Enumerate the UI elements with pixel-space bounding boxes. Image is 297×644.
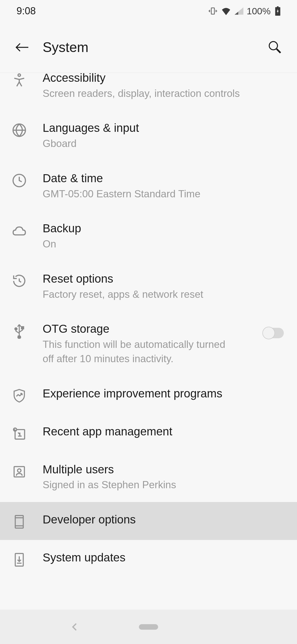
item-title: Recent app management: [43, 424, 286, 440]
list-item-users[interactable]: Multiple users Signed in as Stephen Perk…: [0, 452, 297, 502]
svg-point-4: [18, 74, 21, 77]
item-subtitle: Gboard: [43, 137, 286, 151]
item-subtitle: On: [43, 237, 286, 251]
download-phone-icon: [11, 552, 28, 568]
page-title: System: [43, 39, 267, 55]
vibrate-icon: [208, 6, 218, 16]
list-item-experience[interactable]: Experience improvement programs: [0, 376, 297, 414]
svg-rect-12: [14, 466, 24, 477]
svg-point-13: [18, 469, 21, 472]
nav-back-button[interactable]: [72, 623, 78, 631]
svg-point-3: [269, 42, 277, 50]
battery-percent: 100%: [247, 6, 271, 17]
cloud-icon: [11, 222, 28, 239]
header: System: [0, 22, 297, 73]
back-button[interactable]: [14, 39, 30, 56]
shield-trend-icon: [11, 388, 28, 404]
item-subtitle: Screen readers, display, interaction con…: [43, 86, 286, 101]
clock-icon: [11, 172, 28, 189]
phone-icon: [11, 514, 28, 530]
item-subtitle: Factory reset, apps & network reset: [43, 287, 286, 302]
item-title: OTG storage: [43, 321, 257, 337]
item-subtitle: This function will be automatically turn…: [43, 337, 235, 366]
item-subtitle: GMT-05:00 Eastern Standard Time: [43, 187, 286, 201]
list-item-languages[interactable]: Languages & input Gboard: [0, 110, 297, 160]
list-item-accessibility[interactable]: Accessibility Screen readers, display, i…: [0, 73, 297, 110]
history-icon: [11, 273, 28, 289]
svg-rect-0: [211, 8, 214, 14]
item-title: Developer options: [43, 512, 286, 528]
item-title: Reset options: [43, 271, 286, 287]
search-button[interactable]: [267, 39, 283, 56]
status-time: 9:08: [16, 5, 36, 17]
otg-toggle[interactable]: [262, 327, 286, 339]
list-item-otg[interactable]: OTG storage This function will be automa…: [0, 311, 297, 376]
list-item-recent-apps[interactable]: Recent app management: [0, 414, 297, 452]
signal-icon: [235, 7, 243, 15]
battery-icon: [275, 6, 280, 16]
item-title: Date & time: [43, 171, 286, 186]
usb-icon: [11, 323, 28, 339]
arrow-left-icon: [15, 42, 29, 52]
list-item-updates[interactable]: System updates: [0, 540, 297, 578]
list-item-backup[interactable]: Backup On: [0, 211, 297, 261]
item-title: Experience improvement programs: [43, 386, 286, 402]
svg-point-7: [15, 328, 17, 330]
user-icon: [11, 463, 28, 480]
status-icons: 100%: [208, 6, 280, 17]
item-title: Languages & input: [43, 120, 286, 136]
item-title: System updates: [43, 550, 286, 566]
svg-rect-2: [277, 6, 279, 8]
list-item-reset[interactable]: Reset options Factory reset, apps & netw…: [0, 261, 297, 311]
item-title: Accessibility: [43, 73, 286, 86]
recent-app-icon: [11, 425, 28, 442]
wifi-icon: [221, 7, 231, 15]
accessibility-icon: [11, 73, 28, 88]
item-title: Multiple users: [43, 462, 286, 477]
chevron-left-icon: [72, 623, 78, 631]
navigation-bar: [0, 610, 297, 644]
search-icon: [268, 40, 282, 54]
list-item-developer[interactable]: Developer options: [0, 502, 297, 540]
settings-list: Accessibility Screen readers, display, i…: [0, 73, 297, 578]
list-item-datetime[interactable]: Date & time GMT-05:00 Eastern Standard T…: [0, 161, 297, 211]
item-subtitle: Signed in as Stephen Perkins: [43, 478, 286, 492]
globe-icon: [11, 122, 28, 138]
nav-home-pill[interactable]: [139, 624, 158, 630]
svg-rect-8: [21, 327, 24, 329]
svg-point-9: [18, 336, 21, 339]
item-title: Backup: [43, 221, 286, 236]
status-bar: 9:08 100%: [0, 0, 297, 22]
